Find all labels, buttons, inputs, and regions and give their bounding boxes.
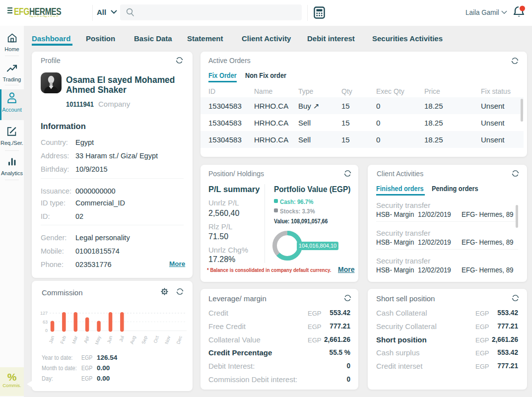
svg-text:May: May [94,335,102,345]
svg-text:Apr: Apr [83,335,90,343]
svg-text:Mar: Mar [71,335,79,344]
svg-text:Nov: Nov [164,335,172,345]
svg-text:Oct: Oct [152,335,160,344]
svg-text:Jun: Jun [106,335,113,344]
svg-text:Jul: Jul [118,335,125,342]
svg-text:Dec: Dec [175,335,183,345]
svg-text:Feb: Feb [59,335,67,344]
svg-text:Aug: Aug [129,335,137,344]
svg-text:63: 63 [43,320,48,325]
svg-text:0: 0 [45,328,48,333]
svg-text:Sep: Sep [140,335,148,344]
svg-text:127: 127 [40,311,48,316]
svg-text:Jan: Jan [48,335,55,344]
